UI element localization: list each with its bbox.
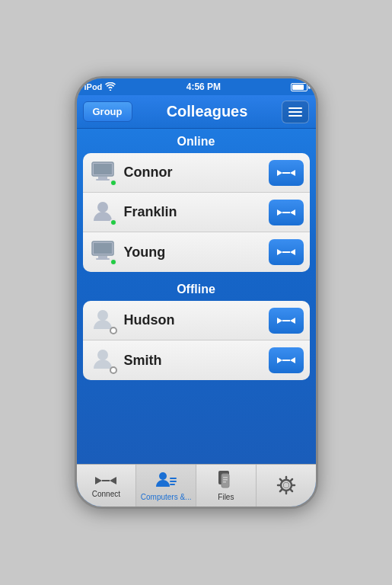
svg-rect-32 — [170, 484, 175, 485]
svg-marker-24 — [290, 357, 295, 363]
item-icon-wrap-connor — [89, 158, 118, 187]
svg-marker-15 — [277, 249, 282, 255]
svg-rect-34 — [221, 474, 229, 488]
tab-files-label: Files — [218, 493, 234, 501]
wifi-icon — [105, 82, 116, 92]
tab-connect[interactable]: Connect — [77, 465, 137, 507]
item-icon-wrap-franklin — [89, 198, 118, 227]
svg-marker-16 — [290, 249, 295, 255]
svg-rect-31 — [170, 481, 177, 482]
svg-point-22 — [97, 350, 108, 360]
status-dot-online — [110, 179, 117, 187]
menu-line-2 — [288, 111, 302, 113]
item-name-smith: Smith — [124, 353, 263, 369]
svg-rect-21 — [282, 320, 290, 321]
online-section-header: Online — [77, 129, 316, 153]
content-area: Online Connor — [77, 129, 316, 464]
svg-point-7 — [97, 202, 108, 213]
svg-rect-28 — [102, 480, 110, 481]
connect-button-hudson[interactable] — [269, 308, 304, 334]
svg-point-29 — [159, 472, 167, 480]
svg-rect-2 — [98, 177, 107, 179]
status-dot-online-young — [110, 258, 117, 266]
status-time: 4:56 PM — [186, 82, 221, 92]
tab-computers-label: Computers &... — [141, 493, 192, 501]
list-item: Hudson — [83, 301, 310, 340]
svg-rect-3 — [96, 179, 110, 181]
menu-line-1 — [288, 107, 302, 109]
svg-rect-12 — [94, 243, 112, 254]
status-dot-online-franklin — [110, 219, 117, 226]
svg-point-18 — [97, 310, 108, 321]
svg-marker-5 — [290, 170, 295, 176]
status-bar: iPod 4:56 PM — [77, 78, 316, 95]
connect-button-franklin[interactable] — [269, 200, 304, 225]
menu-button[interactable] — [282, 101, 309, 123]
offline-section-header: Offline — [77, 277, 316, 301]
svg-point-40 — [283, 482, 288, 488]
svg-marker-20 — [290, 318, 295, 324]
item-name-hudson: Hudson — [124, 312, 263, 328]
svg-marker-23 — [277, 357, 282, 363]
svg-marker-26 — [95, 477, 102, 484]
svg-rect-36 — [223, 479, 228, 481]
connect-button-young[interactable] — [269, 239, 304, 265]
group-button[interactable]: Group — [83, 101, 132, 122]
tab-settings[interactable] — [257, 465, 316, 507]
online-label: Online — [177, 135, 215, 148]
status-right — [291, 83, 308, 91]
list-item: Young — [83, 232, 310, 272]
svg-marker-9 — [290, 209, 295, 216]
device-label: iPod — [84, 82, 103, 91]
svg-rect-13 — [98, 256, 107, 258]
gear-icon — [276, 475, 296, 495]
svg-marker-27 — [110, 477, 116, 484]
nav-title: Colleagues — [167, 103, 248, 120]
list-item: Franklin — [83, 193, 310, 232]
svg-marker-19 — [277, 318, 282, 324]
svg-rect-35 — [223, 477, 228, 478]
svg-rect-25 — [282, 360, 290, 361]
battery-icon — [291, 83, 308, 91]
status-left: iPod — [84, 82, 116, 92]
svg-rect-37 — [223, 481, 226, 483]
connect-button-connor[interactable] — [269, 160, 304, 186]
computers-icon — [155, 470, 177, 491]
phone-frame: iPod 4:56 PM Group Colleagues — [75, 76, 318, 509]
status-dot-offline-hudson — [110, 327, 117, 334]
svg-rect-17 — [282, 251, 290, 253]
svg-rect-6 — [282, 172, 290, 174]
svg-rect-1 — [94, 164, 112, 174]
offline-list: Hudson — [83, 301, 310, 380]
svg-rect-10 — [282, 212, 290, 213]
item-name-young: Young — [124, 245, 263, 261]
files-icon — [217, 470, 235, 491]
item-icon-wrap-hudson — [89, 306, 118, 335]
connect-icon — [95, 473, 116, 488]
online-list: Connor — [83, 153, 310, 272]
item-icon-wrap-smith — [89, 346, 118, 375]
nav-bar: Group Colleagues — [77, 95, 316, 129]
list-item: Smith — [83, 340, 310, 380]
svg-rect-14 — [96, 258, 110, 260]
svg-rect-30 — [170, 478, 177, 479]
tab-computers[interactable]: Computers &... — [136, 465, 196, 507]
svg-marker-8 — [277, 209, 282, 216]
item-icon-wrap-young — [89, 238, 118, 267]
tab-connect-label: Connect — [92, 490, 120, 498]
tab-files[interactable]: Files — [196, 465, 257, 507]
status-dot-offline-smith — [110, 366, 117, 374]
menu-line-3 — [288, 115, 302, 117]
list-item: Connor — [83, 153, 310, 193]
offline-label: Offline — [177, 283, 215, 296]
tab-bar: Connect Computers &... — [77, 464, 316, 507]
connect-button-smith[interactable] — [269, 347, 304, 373]
svg-marker-4 — [277, 170, 282, 176]
item-name-franklin: Franklin — [124, 204, 263, 220]
item-name-connor: Connor — [124, 165, 263, 181]
